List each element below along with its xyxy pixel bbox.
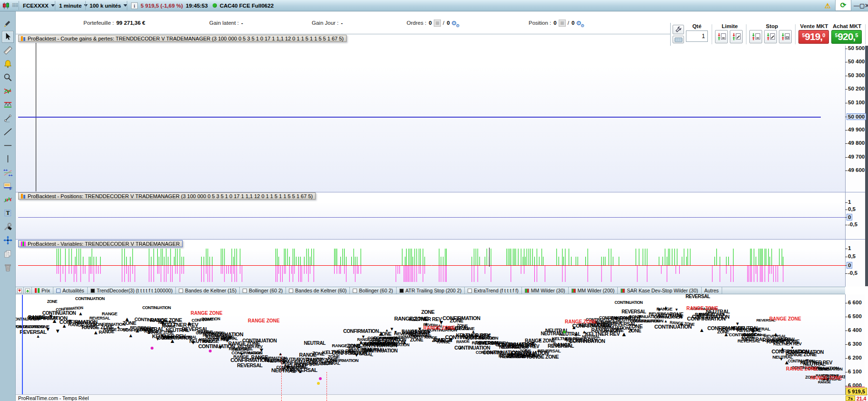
- draw-pencil-icon[interactable]: [2, 17, 14, 29]
- trade-marker-dot: [317, 382, 320, 385]
- qty-input[interactable]: [686, 30, 708, 42]
- axis-tick: [845, 210, 848, 210]
- buy-market-button[interactable]: 5920,5: [831, 30, 862, 44]
- position-gear-icon[interactable]: ⚙⚙: [576, 20, 582, 27]
- indicator-tab-label: Autres: [705, 288, 719, 293]
- indicator-swatch-icon: [525, 289, 529, 293]
- pattern-detector-icon[interactable]: [2, 85, 14, 97]
- drawing-toolbar: ++++FT: [0, 11, 16, 401]
- axis-label: 6 300: [848, 341, 862, 347]
- zigzag-detector-icon[interactable]: [2, 99, 14, 110]
- range-zone-label: RANGE ZONE: [423, 325, 455, 331]
- signal-triangle-icon: ▼: [613, 315, 619, 322]
- indicator-tab[interactable]: ATR Trailing Stop (200 2): [397, 287, 465, 294]
- duplicate-icon[interactable]: [2, 248, 14, 260]
- positions-line: [18, 217, 845, 218]
- indicator-down-button[interactable]: [16, 287, 24, 294]
- axis-label: 50 100: [848, 100, 865, 105]
- orders-list-button[interactable]: ▦: [434, 20, 441, 27]
- indicator-tab[interactable]: MM Wilder (30): [522, 287, 569, 294]
- signal-triangle-icon: ▲: [724, 331, 729, 337]
- indicator-tab[interactable]: MM Wilder (200): [569, 287, 618, 294]
- axis-tick: [845, 344, 848, 345]
- horizontal-line-icon[interactable]: [2, 140, 14, 151]
- signal-triangle-icon: ▲: [621, 331, 627, 338]
- timeframe-selector[interactable]: 1 minute: [59, 0, 88, 11]
- keyboard-icon[interactable]: [673, 36, 684, 43]
- indicator-tab-label: MM Wilder (200): [578, 288, 615, 293]
- strategy-annotation: ZONE: [450, 318, 463, 323]
- indicator-swatch-icon: [572, 289, 576, 293]
- trend-line-icon[interactable]: [2, 126, 14, 138]
- stop-label: Stop: [749, 23, 795, 29]
- sell-market-button[interactable]: 5919,0: [798, 30, 829, 44]
- order-settings-wrench-icon[interactable]: [673, 25, 684, 34]
- indicator-tab[interactable]: Bandes de Keltner (15): [176, 287, 240, 294]
- forecast-icon[interactable]: [2, 194, 14, 206]
- signal-triangle-icon: ▲: [116, 325, 120, 329]
- axis-label: 50 200: [848, 86, 865, 91]
- indicator-tab[interactable]: ExtraTrend (f t t t f f): [465, 287, 522, 294]
- indicator-up-button[interactable]: [24, 287, 32, 294]
- order-entry-panel: Qté Limite Stop Vente MKT: [670, 23, 868, 46]
- stop-order-button-1[interactable]: [749, 30, 762, 43]
- delete-trash-icon[interactable]: [2, 261, 14, 273]
- signal-triangle-icon: ▲: [78, 311, 83, 316]
- axis-label: 6 400: [848, 327, 862, 333]
- indicator-tab[interactable]: Bollinger (60 2): [240, 287, 286, 294]
- units-selector[interactable]: 100 k unités: [90, 0, 127, 11]
- indicator-tab[interactable]: Actualités: [53, 287, 88, 294]
- stop-order-button-3[interactable]: [779, 30, 792, 43]
- fibonacci-icon[interactable]: ++++: [2, 167, 14, 179]
- settings-tools-icon[interactable]: [2, 221, 14, 233]
- indicator-swatch-icon: [179, 289, 183, 293]
- range-zone-label: RANGE ZONE: [786, 366, 818, 371]
- indicator-tab[interactable]: Bollinger (60 2): [350, 287, 396, 294]
- right-edge-scrollbar[interactable]: [865, 35, 868, 286]
- signal-triangle-icon: ▼: [674, 308, 678, 312]
- close-button[interactable]: ✕: [863, 0, 868, 11]
- axis-tick: [845, 386, 848, 386]
- text-icon[interactable]: T: [2, 207, 14, 219]
- sell-mkt-label: Vente MKT: [798, 23, 830, 29]
- indicator-tab-label: Bollinger (60 2): [249, 288, 283, 293]
- signal-triangle-icon: ▼: [679, 322, 684, 328]
- indicator-tab[interactable]: Bandes de Keltner (60): [286, 287, 350, 294]
- move-icon[interactable]: [2, 234, 14, 246]
- indicator-tab-label: Prix: [41, 288, 50, 293]
- vertical-line-icon[interactable]: [2, 153, 14, 165]
- signal-triangle-icon: ▼: [389, 326, 394, 331]
- orders-gear-icon[interactable]: ⚙⚙: [451, 20, 457, 27]
- axis-label: 49 900: [848, 127, 865, 132]
- alarm-bell-icon[interactable]: [2, 58, 14, 70]
- zoom-icon[interactable]: [2, 71, 14, 83]
- limit-sell-order-button[interactable]: [715, 30, 728, 43]
- instrument-selector[interactable]: FCEXXXX: [23, 0, 55, 11]
- select-cursor-icon[interactable]: [2, 31, 14, 43]
- info-icon[interactable]: i: [131, 2, 138, 9]
- indicator-tab[interactable]: SAR Kase Dev-Stop Wilder (30): [618, 287, 701, 294]
- stop-order-button-2[interactable]: [764, 30, 777, 43]
- drag-grip[interactable]: ⠿⠿: [12, 0, 18, 11]
- warning-icon[interactable]: ⚠: [825, 0, 831, 11]
- live-status-icon: [213, 3, 217, 8]
- strategy-annotation: RANGE ZONE: [786, 351, 817, 357]
- refresh-icon[interactable]: ⟳: [835, 0, 851, 11]
- axis-tick: [845, 76, 848, 76]
- measure-ruler-icon[interactable]: [2, 44, 14, 56]
- equity-panel-title[interactable]: ProBacktest - Courbe gains & pertes: TRE…: [18, 35, 347, 42]
- positions-panel-title[interactable]: ProBacktest - Positions: TRENDDECODER V …: [18, 192, 316, 200]
- variables-panel-title[interactable]: ProBacktest - Variables: TRENDDECODER V …: [18, 240, 183, 247]
- indicator-tab[interactable]: Prix: [32, 287, 53, 294]
- strategy-annotation: CONTINUATION: [630, 319, 660, 323]
- indicator-tab[interactable]: TrendDecoder(3) (t t t t f t 100000): [88, 287, 176, 294]
- signal-triangle-icon: ▲: [779, 346, 785, 352]
- indicator-tab[interactable]: Autres: [702, 287, 722, 294]
- limit-buy-order-button[interactable]: [730, 30, 743, 43]
- position-list-button[interactable]: ▦: [559, 20, 566, 27]
- segment-icon[interactable]: [2, 112, 14, 124]
- position-counter: Position :0 ▦ /0 ⚙⚙: [529, 11, 582, 34]
- signal-triangle-icon: ▼: [191, 340, 195, 345]
- analysis-f-icon[interactable]: F: [2, 180, 14, 192]
- chart-type-icon[interactable]: [2, 0, 10, 11]
